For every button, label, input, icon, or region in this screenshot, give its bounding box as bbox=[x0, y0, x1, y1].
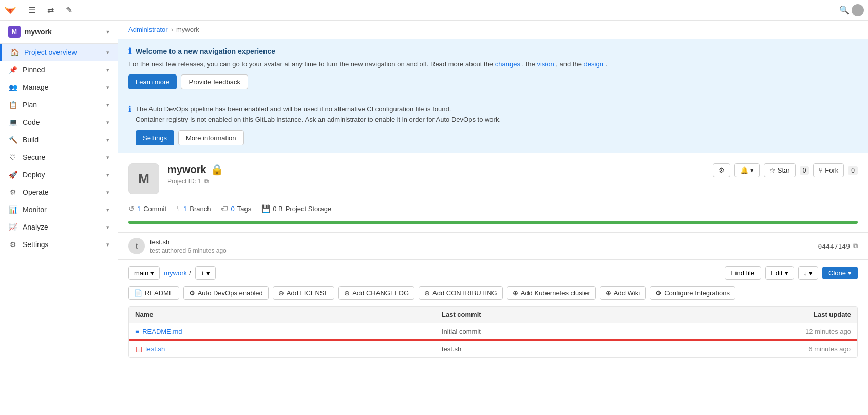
file-row-1: ▤ test.sh test.sh 6 minutes ago bbox=[128, 339, 858, 358]
quick-action-5[interactable]: ⊕Add Kubernetes cluster bbox=[507, 286, 596, 300]
search-icon[interactable]: 🔍 bbox=[837, 3, 852, 17]
sidebar-item-pinned[interactable]: 📌 Pinned ▾ bbox=[0, 61, 118, 79]
banner1-design-link[interactable]: design bbox=[584, 60, 603, 68]
download-button[interactable]: ↓ ▾ bbox=[798, 266, 819, 280]
commit-time: 6 minutes ago bbox=[187, 247, 226, 254]
sidebar-icon-build: 🔨 bbox=[8, 135, 17, 144]
project-settings-icon-button[interactable]: ⚙ bbox=[713, 163, 730, 177]
quick-actions: 📄README⚙Auto DevOps enabled⊕Add LICENSE⊕… bbox=[118, 286, 868, 306]
sidebar-item-project-overview[interactable]: 🏠 Project overview ▾ bbox=[0, 44, 118, 61]
file-time-0: 12 minutes ago bbox=[748, 328, 851, 335]
merge-request-icon[interactable]: ⇄ bbox=[43, 3, 58, 17]
fork-button[interactable]: ⑂ Fork bbox=[813, 163, 844, 177]
file-name-0[interactable]: ≡ README.md bbox=[135, 327, 442, 335]
breadcrumb-current: mywork bbox=[176, 26, 199, 33]
commits-stat[interactable]: ↺ 1 Commit bbox=[128, 204, 166, 213]
sidebar-chevron-code: ▾ bbox=[106, 119, 109, 126]
branch-selector[interactable]: main ▾ bbox=[128, 266, 160, 280]
tags-label: Tags bbox=[237, 205, 251, 213]
top-bar: ☰ ⇄ ✎ 🔍 bbox=[0, 0, 868, 21]
breadcrumb-parent[interactable]: Administrator bbox=[128, 26, 168, 33]
stats-bar: ↺ 1 Commit ⑂ 1 Branch 🏷 0 Tags 💾 0 B Pro… bbox=[118, 200, 868, 221]
sidebar-project-avatar: M bbox=[8, 26, 21, 38]
file-rows: ≡ README.md Initial commit 12 minutes ag… bbox=[129, 323, 857, 358]
compose-icon[interactable]: ✎ bbox=[62, 3, 76, 17]
sidebar-item-secure[interactable]: 🛡 Secure ▾ bbox=[0, 148, 118, 166]
notification-button[interactable]: 🔔 ▾ bbox=[734, 163, 760, 177]
learn-more-button[interactable]: Learn more bbox=[128, 74, 177, 89]
storage-icon: 💾 bbox=[261, 204, 270, 213]
file-name-1[interactable]: ▤ test.sh bbox=[136, 345, 442, 353]
banner1-vision-link[interactable]: vision bbox=[537, 60, 554, 68]
branches-count[interactable]: 1 bbox=[183, 205, 187, 213]
project-id-copy-icon[interactable]: ⧉ bbox=[204, 178, 209, 185]
commits-label: Commit bbox=[143, 205, 166, 213]
file-time-1: 6 minutes ago bbox=[748, 345, 851, 353]
sidebar-chevron-plan: ▾ bbox=[106, 102, 109, 108]
find-file-button[interactable]: Find file bbox=[725, 266, 762, 280]
sidebar-item-build[interactable]: 🔨 Build ▾ bbox=[0, 131, 118, 148]
commit-info: t test.sh test authored 6 minutes ago 04… bbox=[118, 232, 868, 260]
star-button[interactable]: ☆ Star bbox=[764, 163, 796, 177]
nav-experience-banner: ℹ Welcome to a new navigation experience… bbox=[118, 39, 868, 97]
sidebar-item-code[interactable]: 💻 Code ▾ bbox=[0, 114, 118, 131]
sidebar-chevron-settings: ▾ bbox=[106, 241, 109, 248]
qa-label-4: Add CONTRIBUTING bbox=[432, 289, 497, 297]
sidebar-icon-settings: ⚙ bbox=[8, 240, 17, 249]
sidebar-icon-manage: 👥 bbox=[8, 83, 17, 92]
sidebar: M mywork ▾ 🏠 Project overview ▾ 📌 Pinned… bbox=[0, 21, 118, 415]
sidebar-item-operate[interactable]: ⚙ Operate ▾ bbox=[0, 183, 118, 201]
add-file-button[interactable]: + ▾ bbox=[195, 266, 216, 280]
sidebar-chevron-manage: ▾ bbox=[106, 84, 109, 91]
banner1-actions: Learn more Provide feedback bbox=[128, 74, 858, 89]
qa-icon-1: ⚙ bbox=[189, 289, 195, 297]
commit-file[interactable]: test.sh bbox=[150, 238, 813, 246]
sidebar-chevron-deploy: ▾ bbox=[106, 172, 109, 178]
sidebar-project[interactable]: M mywork ▾ bbox=[0, 21, 118, 44]
quick-action-1[interactable]: ⚙Auto DevOps enabled bbox=[183, 286, 269, 300]
quick-action-2[interactable]: ⊕Add LICENSE bbox=[273, 286, 334, 300]
sidebar-icon-secure: 🛡 bbox=[8, 153, 17, 162]
branches-label: Branch bbox=[190, 205, 211, 213]
sidebar-item-analyze[interactable]: 📈 Analyze ▾ bbox=[0, 218, 118, 236]
quick-action-3[interactable]: ⊕Add CHANGELOG bbox=[338, 286, 414, 300]
avatar[interactable] bbox=[852, 4, 864, 16]
gitlab-logo[interactable] bbox=[4, 3, 16, 17]
path-root-link[interactable]: mywork bbox=[164, 269, 187, 277]
sidebar-icon-operate: ⚙ bbox=[8, 187, 17, 197]
settings-button[interactable]: Settings bbox=[136, 130, 174, 145]
commits-count[interactable]: 1 bbox=[137, 205, 141, 213]
sidebar-item-deploy[interactable]: 🚀 Deploy ▾ bbox=[0, 166, 118, 183]
sidebar-item-plan[interactable]: 📋 Plan ▾ bbox=[0, 96, 118, 114]
qa-icon-5: ⊕ bbox=[513, 289, 518, 297]
file-icon-1: ▤ bbox=[136, 345, 142, 353]
clone-button[interactable]: Clone ▾ bbox=[822, 267, 858, 279]
file-commit-1: test.sh bbox=[442, 345, 748, 353]
path-breadcrumb: mywork / bbox=[164, 269, 191, 277]
commit-details: test.sh test authored 6 minutes ago bbox=[150, 238, 813, 254]
qa-label-5: Add Kubernetes cluster bbox=[521, 289, 590, 297]
tags-stat[interactable]: 🏷 0 Tags bbox=[221, 204, 251, 213]
sidebar-item-settings[interactable]: ⚙ Settings ▾ bbox=[0, 236, 118, 253]
banner1-changes-link[interactable]: changes bbox=[495, 60, 520, 68]
provide-feedback-button[interactable]: Provide feedback bbox=[181, 74, 248, 89]
storage-count: 0 B bbox=[273, 205, 283, 213]
sidebar-chevron-operate: ▾ bbox=[106, 189, 109, 196]
branches-stat[interactable]: ⑂ 1 Branch bbox=[177, 204, 211, 213]
sidebar-label-secure: Secure bbox=[23, 153, 106, 161]
sidebar-toggle-icon[interactable]: ☰ bbox=[25, 3, 39, 17]
commit-hash-copy-icon[interactable]: ⧉ bbox=[853, 242, 858, 250]
quick-action-6[interactable]: ⊕Add Wiki bbox=[600, 286, 646, 300]
quick-action-4[interactable]: ⊕Add CONTRIBUTING bbox=[419, 286, 503, 300]
edit-button[interactable]: Edit ▾ bbox=[765, 266, 794, 280]
col-commit: Last commit bbox=[442, 311, 748, 318]
quick-action-7[interactable]: ⚙Configure Integrations bbox=[650, 286, 735, 300]
tags-count[interactable]: 0 bbox=[231, 205, 234, 213]
sidebar-chevron-pinned: ▾ bbox=[106, 67, 109, 73]
quick-action-0[interactable]: 📄README bbox=[128, 286, 179, 300]
file-row-0: ≡ README.md Initial commit 12 minutes ag… bbox=[129, 323, 857, 340]
sidebar-label-monitor: Monitor bbox=[23, 205, 106, 214]
more-information-button[interactable]: More information bbox=[178, 130, 244, 145]
sidebar-item-monitor[interactable]: 📊 Monitor ▾ bbox=[0, 201, 118, 218]
sidebar-item-manage[interactable]: 👥 Manage ▾ bbox=[0, 79, 118, 96]
